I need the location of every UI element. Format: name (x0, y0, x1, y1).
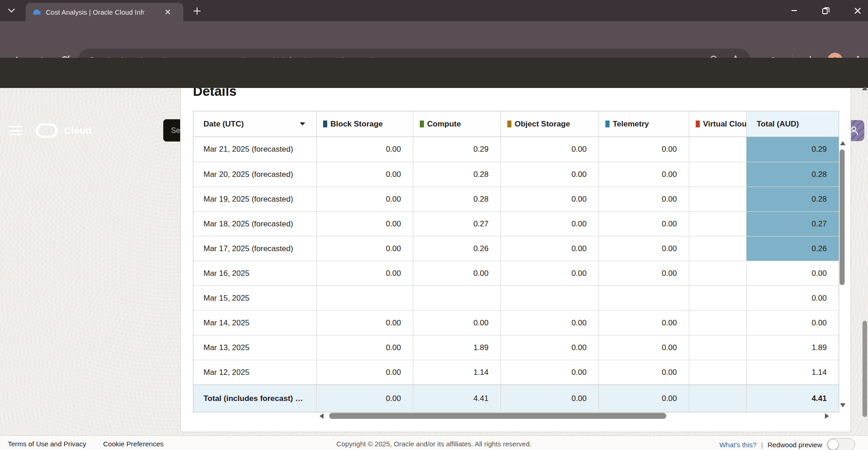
new-tab-button[interactable] (191, 5, 203, 17)
date-cell: Mar 14, 2025 (193, 311, 317, 335)
value-cell: 0.00 (599, 261, 689, 285)
total-cell: 0.29 (747, 137, 839, 162)
value-cell (501, 286, 599, 310)
value-cell: 0.00 (599, 212, 689, 236)
column-header-object-storage: Object Storage (501, 111, 599, 137)
tab-strip: Cost Analysis | Oracle Cloud Infr (0, 0, 868, 21)
value-cell (317, 286, 413, 310)
table-scroll-down-icon[interactable] (840, 403, 846, 407)
table-header-row: Date (UTC)Block StorageComputeObject Sto… (193, 111, 839, 137)
page-scroll-up-icon[interactable] (862, 86, 868, 90)
table-row: Mar 19, 2025 (forecasted)0.000.280.000.0… (193, 187, 839, 211)
date-cell: Mar 12, 2025 (193, 360, 317, 384)
browser-tab[interactable]: Cost Analysis | Oracle Cloud Infr (26, 3, 183, 21)
column-header-label: Telemetry (613, 120, 649, 129)
value-cell: 0.00 (317, 137, 413, 162)
redwood-preview-toggle[interactable] (827, 438, 855, 450)
value-cell (689, 335, 747, 360)
value-cell: 0.00 (501, 335, 599, 360)
oracle-logo[interactable] (36, 123, 58, 138)
series-marker-icon (696, 121, 700, 127)
value-cell (689, 236, 747, 261)
oci-header: Cloud Australia Southeast (Melbourne) <>… (0, 58, 868, 88)
table-row: Mar 13, 20250.001.890.000.001.89 (193, 335, 839, 360)
redwood-preview-label: Redwood preview (768, 441, 822, 449)
table-row: Mar 15, 20250.00 (193, 285, 839, 310)
value-cell: 0.00 (599, 311, 689, 335)
console-footer: Terms of Use and Privacy Cookie Preferen… (0, 435, 868, 450)
total-cell: 0.27 (747, 212, 839, 236)
tab-search-chevron-icon[interactable] (5, 5, 17, 16)
column-header-compute: Compute (413, 111, 501, 137)
column-header-label: Compute (427, 120, 461, 129)
sort-caret-icon[interactable] (300, 122, 305, 126)
table-row: Mar 16, 20250.000.000.000.000.00 (193, 261, 839, 285)
window-restore-button[interactable] (818, 2, 834, 19)
value-cell: 0.00 (599, 162, 689, 187)
tab-close-icon[interactable] (162, 6, 173, 17)
date-cell: Mar 21, 2025 (forecasted) (193, 137, 317, 162)
column-header-label: Total (AUD) (757, 120, 799, 129)
total-cell: 0.28 (747, 162, 839, 187)
column-header-date-utc[interactable]: Date (UTC) (193, 111, 317, 137)
table-scroll-left-icon[interactable] (319, 413, 324, 419)
table-scroll-up-icon[interactable] (840, 141, 846, 145)
date-cell: Mar 18, 2025 (forecasted) (193, 212, 317, 236)
section-title: Details (193, 88, 236, 99)
total-cell: 0.00 (747, 261, 839, 285)
value-cell: 0.00 (599, 360, 689, 384)
date-cell: Mar 17, 2025 (forecasted) (193, 236, 317, 261)
value-cell: 0.00 (599, 187, 689, 211)
value-cell: 0.00 (501, 162, 599, 187)
table-row: Mar 17, 2025 (forecasted)0.000.260.000.0… (193, 236, 839, 261)
window-minimize-button[interactable] (786, 2, 802, 19)
value-cell: 0.00 (317, 311, 413, 335)
value-cell (413, 286, 501, 310)
value-cell: 0.00 (501, 137, 599, 162)
value-cell: 0.00 (317, 236, 413, 261)
value-cell: 0.00 (599, 385, 689, 412)
value-cell: 1.14 (413, 360, 501, 384)
cloud-favicon-icon (32, 8, 41, 16)
toggle-knob (828, 439, 839, 450)
tab-title: Cost Analysis | Oracle Cloud Infr (46, 8, 161, 16)
brand-label: Cloud (64, 125, 91, 136)
value-cell (689, 286, 747, 310)
series-marker-icon (605, 121, 610, 127)
whats-this-link[interactable]: What's this? (720, 441, 757, 449)
value-cell: 0.27 (413, 212, 501, 236)
value-cell (689, 261, 747, 285)
footer-right-cluster: What's this? | Redwood preview (720, 438, 855, 450)
table-horizontal-scrollbar[interactable] (329, 413, 666, 419)
column-header-block-storage: Block Storage (317, 111, 413, 137)
window-close-button[interactable] (849, 2, 866, 19)
value-cell: 0.00 (501, 385, 599, 412)
table-row: Mar 21, 2025 (forecasted)0.000.290.000.0… (193, 137, 839, 162)
value-cell: 0.00 (413, 261, 501, 285)
value-cell: 0.00 (599, 137, 689, 162)
value-cell (599, 286, 689, 310)
column-header-telemetry: Telemetry (599, 111, 689, 137)
value-cell: 0.29 (413, 137, 501, 162)
total-cell: 1.89 (747, 335, 839, 360)
date-cell: Mar 15, 2025 (193, 286, 317, 310)
table-scroll-right-icon[interactable] (825, 413, 829, 419)
page-vertical-scrollbar[interactable] (863, 321, 867, 417)
browser-window: Cost Analysis | Oracle Cloud Infr (0, 0, 868, 450)
value-cell: 0.00 (317, 187, 413, 211)
value-cell: 0.28 (413, 187, 501, 211)
date-cell: Mar 19, 2025 (forecasted) (193, 187, 317, 211)
table-vertical-scrollbar[interactable] (840, 149, 845, 285)
total-cell: 0.00 (747, 286, 839, 310)
value-cell (689, 311, 747, 335)
value-cell: 0.00 (501, 212, 599, 236)
navigation-menu-icon[interactable] (9, 126, 22, 135)
cost-table: Date (UTC)Block StorageComputeObject Sto… (193, 111, 839, 412)
date-cell: Mar 16, 2025 (193, 261, 317, 285)
column-header-label: Object Storage (515, 120, 570, 129)
value-cell: 0.00 (317, 335, 413, 360)
table-row: Mar 18, 2025 (forecasted)0.000.270.000.0… (193, 211, 839, 236)
total-cell: 0.00 (747, 311, 839, 335)
total-cell: 0.28 (747, 187, 839, 211)
table-row: Mar 14, 20250.000.000.000.000.00 (193, 310, 839, 335)
